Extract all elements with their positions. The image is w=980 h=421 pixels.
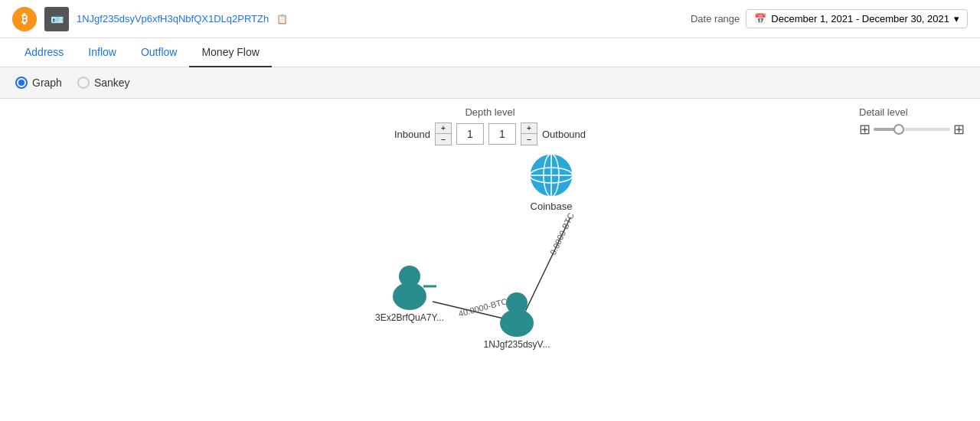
header: ₿ 🪪 1NJgf235dsyVp6xfH3qNbfQX1DLq2PRTZh 📋… bbox=[0, 0, 980, 38]
svg-point-7 bbox=[393, 282, 426, 310]
svg-point-10 bbox=[500, 309, 534, 337]
graph-svg: 0.0000-BTC 40.0000-BTC Coinbase 3Ex2 bbox=[0, 99, 980, 413]
coinbase-label: Coinbase bbox=[531, 201, 573, 212]
date-range-button[interactable]: 📅 December 1, 2021 - December 30, 2021 ▾ bbox=[746, 9, 968, 28]
tab-address[interactable]: Address bbox=[12, 38, 76, 67]
bitcoin-icon: ₿ bbox=[12, 7, 37, 31]
graph-radio-circle bbox=[15, 77, 28, 89]
3ex2-node[interactable]: 3Ex2BrfQuA7Y... bbox=[375, 266, 444, 323]
tab-outflow[interactable]: Outflow bbox=[129, 38, 189, 67]
3ex2-label: 3Ex2BrfQuA7Y... bbox=[375, 312, 444, 323]
edge-label-coinbase: 0.0000-BTC bbox=[548, 211, 576, 256]
sankey-label: Sankey bbox=[94, 77, 130, 89]
tab-inflow[interactable]: Inflow bbox=[76, 38, 129, 67]
tabs: Address Inflow Outflow Money Flow bbox=[0, 38, 980, 67]
date-range-value: December 1, 2021 - December 30, 2021 bbox=[771, 13, 949, 24]
calendar-icon: 📅 bbox=[754, 13, 766, 24]
graph-label: Graph bbox=[32, 77, 62, 89]
id-card-icon: 🪪 bbox=[44, 7, 69, 31]
edge-label-3ex2: 40.0000-BTC bbox=[457, 296, 508, 318]
graph-radio-option[interactable]: Graph bbox=[15, 77, 62, 89]
coinbase-node[interactable]: Coinbase bbox=[530, 154, 573, 212]
main-graph-area: Depth level Inbound + − 1 1 + − Outbound… bbox=[0, 99, 980, 413]
1njgf-label: 1NJgf235dsyV... bbox=[484, 339, 550, 350]
date-range-label: Date range bbox=[691, 13, 740, 24]
dropdown-icon: ▾ bbox=[954, 13, 959, 24]
view-bar: Graph Sankey bbox=[0, 67, 980, 99]
header-left: ₿ 🪪 1NJgf235dsyVp6xfH3qNbfQX1DLq2PRTZh 📋 bbox=[12, 7, 288, 31]
address-link[interactable]: 1NJgf235dsyVp6xfH3qNbfQX1DLq2PRTZh bbox=[77, 13, 269, 24]
tab-money-flow[interactable]: Money Flow bbox=[189, 38, 271, 67]
sankey-radio-option[interactable]: Sankey bbox=[77, 77, 130, 89]
copy-icon[interactable]: 📋 bbox=[276, 14, 288, 24]
sankey-radio-circle bbox=[77, 77, 90, 89]
date-range-container: Date range 📅 December 1, 2021 - December… bbox=[691, 9, 968, 28]
